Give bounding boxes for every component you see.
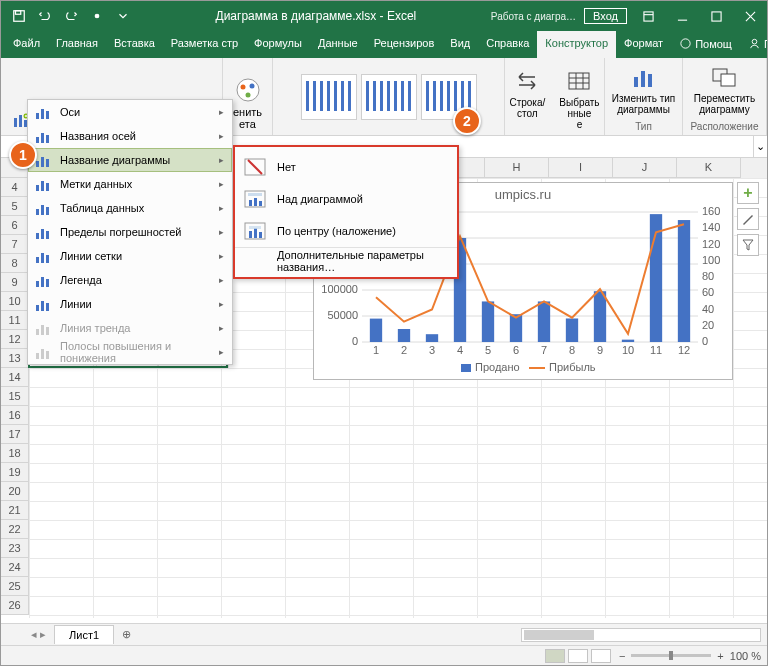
tab-view[interactable]: Вид bbox=[442, 31, 478, 58]
tab-layout[interactable]: Разметка стр bbox=[163, 31, 246, 58]
maximize-icon[interactable] bbox=[699, 1, 733, 31]
select-data[interactable]: Выбрать нные е bbox=[555, 65, 603, 132]
svg-rect-85 bbox=[36, 233, 39, 239]
ribbon-options-icon[interactable] bbox=[631, 1, 665, 31]
qat-more-icon[interactable] bbox=[85, 4, 109, 28]
change-colors[interactable]: енитьета bbox=[229, 74, 266, 132]
svg-rect-48 bbox=[538, 301, 550, 342]
svg-rect-3 bbox=[643, 11, 652, 20]
tab-formulas[interactable]: Формулы bbox=[246, 31, 310, 58]
save-icon[interactable] bbox=[7, 4, 31, 28]
svg-point-12 bbox=[240, 85, 245, 90]
chart-filters-button[interactable] bbox=[737, 234, 759, 256]
svg-rect-74 bbox=[41, 133, 44, 143]
svg-rect-110 bbox=[249, 231, 252, 238]
row-headers[interactable]: 4567891011121314151617181920212223242526 bbox=[1, 178, 29, 615]
svg-rect-81 bbox=[46, 183, 49, 191]
svg-text:11: 11 bbox=[650, 344, 662, 356]
svg-rect-70 bbox=[36, 113, 39, 119]
svg-text:140: 140 bbox=[702, 221, 720, 233]
undo-icon[interactable] bbox=[33, 4, 57, 28]
svg-rect-83 bbox=[41, 205, 44, 215]
svg-rect-98 bbox=[41, 325, 44, 335]
chart-style-1[interactable] bbox=[301, 74, 357, 120]
svg-text:40: 40 bbox=[702, 303, 714, 315]
sheet-tab-1[interactable]: Лист1 bbox=[54, 625, 114, 644]
tab-design[interactable]: Конструктор bbox=[537, 31, 616, 58]
svg-rect-43 bbox=[398, 329, 410, 342]
tab-home[interactable]: Главная bbox=[48, 31, 106, 58]
view-normal[interactable] bbox=[545, 649, 565, 663]
tab-review[interactable]: Рецензиров bbox=[366, 31, 443, 58]
view-page-break[interactable] bbox=[591, 649, 611, 663]
add-element-menu: Оси▸Названия осей▸Название диаграммы▸Мет… bbox=[27, 99, 233, 365]
svg-rect-80 bbox=[41, 181, 44, 191]
svg-rect-75 bbox=[46, 135, 49, 143]
zoom-in[interactable]: + bbox=[717, 650, 723, 662]
svg-rect-1 bbox=[16, 11, 21, 15]
menu-item-5[interactable]: Пределы погрешностей▸ bbox=[28, 220, 232, 244]
change-chart-type[interactable]: Изменить тип диаграммы bbox=[608, 61, 679, 117]
svg-rect-76 bbox=[36, 161, 39, 167]
login-button[interactable]: Вход bbox=[584, 8, 627, 24]
callout-badge-1: 1 bbox=[9, 141, 37, 169]
svg-rect-107 bbox=[254, 198, 257, 206]
svg-text:160: 160 bbox=[702, 206, 720, 217]
horizontal-scrollbar[interactable] bbox=[521, 628, 761, 642]
tab-data[interactable]: Данные bbox=[310, 31, 366, 58]
svg-rect-105 bbox=[248, 193, 262, 196]
submenu-none[interactable]: Нет bbox=[235, 151, 457, 183]
svg-rect-101 bbox=[41, 349, 44, 359]
svg-point-11 bbox=[237, 79, 259, 101]
svg-text:6: 6 bbox=[513, 344, 519, 356]
minimize-icon[interactable] bbox=[665, 1, 699, 31]
menu-item-8[interactable]: Линии▸ bbox=[28, 292, 232, 316]
add-sheet-button[interactable]: ⊕ bbox=[116, 628, 136, 641]
menu-item-0[interactable]: Оси▸ bbox=[28, 100, 232, 124]
svg-text:Прибыль: Прибыль bbox=[549, 361, 596, 373]
formula-expand-icon[interactable]: ⌄ bbox=[753, 136, 767, 157]
submenu-centered-overlay[interactable]: По центру (наложение) bbox=[235, 215, 457, 247]
menu-item-4[interactable]: Таблица данных▸ bbox=[28, 196, 232, 220]
menu-item-7[interactable]: Легенда▸ bbox=[28, 268, 232, 292]
menu-item-2[interactable]: Название диаграммы▸ bbox=[28, 148, 232, 172]
zoom-level[interactable]: 100 % bbox=[730, 650, 761, 662]
svg-rect-7 bbox=[14, 118, 17, 127]
svg-rect-106 bbox=[249, 200, 252, 206]
view-page-layout[interactable] bbox=[568, 649, 588, 663]
chart-styles-button[interactable] bbox=[737, 208, 759, 230]
qat-dropdown-icon[interactable] bbox=[111, 4, 135, 28]
tab-help[interactable]: Справка bbox=[478, 31, 537, 58]
chart-tools-label: Работа с диагра… bbox=[491, 11, 576, 22]
menu-item-3[interactable]: Метки данных▸ bbox=[28, 172, 232, 196]
switch-row-col[interactable]: Строка/ стол bbox=[505, 65, 549, 132]
tell-me[interactable]: Помощ bbox=[671, 31, 740, 58]
tab-insert[interactable]: Вставка bbox=[106, 31, 163, 58]
zoom-out[interactable]: − bbox=[619, 650, 625, 662]
svg-text:Продано: Продано bbox=[475, 361, 520, 373]
svg-rect-50 bbox=[594, 291, 606, 342]
svg-rect-16 bbox=[634, 77, 638, 87]
redo-icon[interactable] bbox=[59, 4, 83, 28]
svg-text:2: 2 bbox=[401, 344, 407, 356]
submenu-more-options[interactable]: Дополнительные параметры названия… bbox=[235, 247, 457, 273]
tab-file[interactable]: Файл bbox=[5, 31, 48, 58]
svg-point-5 bbox=[681, 39, 690, 48]
svg-text:7: 7 bbox=[541, 344, 547, 356]
zoom-slider[interactable] bbox=[631, 654, 711, 657]
svg-rect-93 bbox=[46, 279, 49, 287]
share-button[interactable]: Поделиться bbox=[740, 31, 768, 58]
chart-elements-button[interactable]: + bbox=[737, 182, 759, 204]
ribbon-tabs: Файл Главная Вставка Разметка стр Формул… bbox=[1, 31, 767, 58]
svg-text:80: 80 bbox=[702, 270, 714, 282]
close-icon[interactable] bbox=[733, 1, 767, 31]
svg-rect-42 bbox=[370, 319, 382, 342]
menu-item-1[interactable]: Названия осей▸ bbox=[28, 124, 232, 148]
svg-rect-102 bbox=[46, 351, 49, 359]
tab-format[interactable]: Формат bbox=[616, 31, 671, 58]
chart-style-2[interactable] bbox=[361, 74, 417, 120]
menu-item-6[interactable]: Линии сетки▸ bbox=[28, 244, 232, 268]
status-bar: − + 100 % bbox=[1, 645, 767, 665]
move-chart[interactable]: Переместить диаграмму bbox=[690, 61, 759, 117]
submenu-above-chart[interactable]: Над диаграммой bbox=[235, 183, 457, 215]
